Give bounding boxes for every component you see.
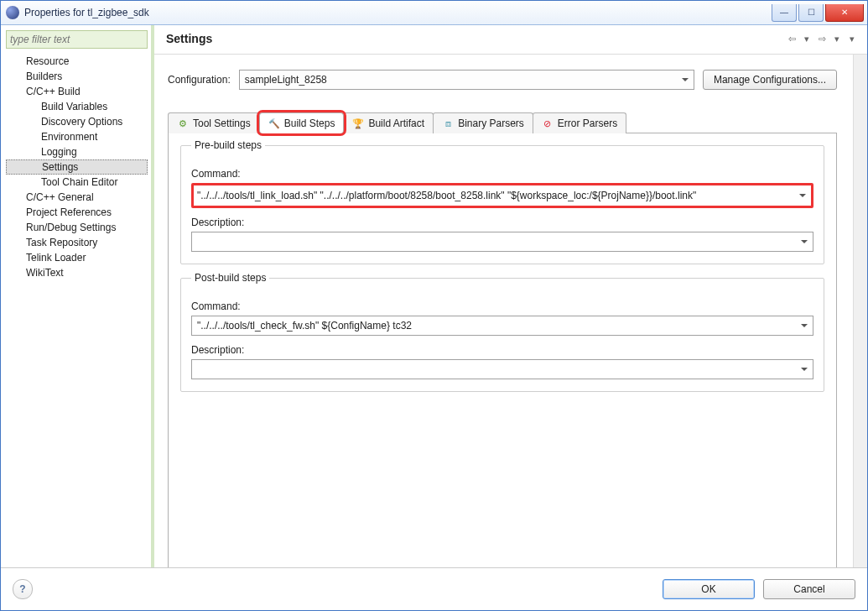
configuration-select[interactable]: sampleLight_8258	[239, 70, 694, 90]
footer: ? OK Cancel	[1, 568, 867, 610]
tab-label: Error Parsers	[558, 118, 617, 129]
help-button[interactable]: ?	[13, 579, 33, 599]
dialog-body: ResourceBuildersC/C++ BuildBuild Variabl…	[1, 25, 867, 610]
postbuild-command-label: Command:	[191, 300, 813, 312]
tab-label: Binary Parsers	[458, 118, 524, 129]
build-steps-panel: Pre-build steps Command: "../../../tools…	[168, 133, 837, 567]
tree-item-tool-chain-editor[interactable]: Tool Chain Editor	[6, 175, 148, 190]
content: Settings ⇦ ▾ ⇨ ▾ ▾ Configuration:	[154, 25, 867, 567]
menu-icon[interactable]: ▾	[845, 32, 859, 45]
postbuild-description-combo[interactable]	[191, 359, 813, 379]
section-header: Settings ⇦ ▾ ⇨ ▾ ▾	[154, 25, 867, 55]
prebuild-description-label: Description:	[191, 217, 813, 228]
prebuild-legend: Pre-build steps	[191, 139, 265, 151]
forward-menu-icon[interactable]: ▾	[830, 32, 844, 45]
main-area: ResourceBuildersC/C++ BuildBuild Variabl…	[1, 25, 867, 568]
tree-item-telink-loader[interactable]: Telink Loader	[6, 250, 148, 265]
tab-build-artifact[interactable]: 🏆Build Artifact	[343, 112, 434, 133]
minimize-button[interactable]: —	[772, 4, 797, 22]
tree-item-discovery-options[interactable]: Discovery Options	[6, 114, 148, 129]
tree-item-environment[interactable]: Environment	[6, 129, 148, 144]
scrollbar[interactable]	[853, 55, 867, 567]
configuration-value: sampleLight_8258	[245, 74, 327, 86]
tree-item-run-debug-settings[interactable]: Run/Debug Settings	[6, 220, 148, 235]
tree-item-project-references[interactable]: Project References	[6, 205, 148, 220]
tree-item-logging[interactable]: Logging	[6, 144, 148, 159]
window-title: Properties for tl_zigbee_sdk	[24, 7, 770, 18]
prebuild-description-combo[interactable]	[191, 232, 813, 252]
properties-dialog: Properties for tl_zigbee_sdk — ☐ ✕ Resou…	[0, 0, 868, 611]
binary-icon: ⧈	[442, 118, 454, 129]
tab-error-parsers[interactable]: ⊘Error Parsers	[533, 112, 626, 133]
ok-button[interactable]: OK	[663, 579, 755, 599]
filter-wrap	[6, 30, 148, 49]
tab-label: Tool Settings	[193, 118, 251, 129]
category-tree[interactable]: ResourceBuildersC/C++ BuildBuild Variabl…	[6, 54, 148, 562]
tab-label: Build Artifact	[368, 118, 424, 129]
tree-item-wikitext[interactable]: WikiText	[6, 265, 148, 280]
prebuild-fieldset: Pre-build steps Command: "../../../tools…	[180, 145, 824, 264]
postbuild-fieldset: Post-build steps Command: "../../../tool…	[180, 278, 824, 392]
postbuild-description-label: Description:	[191, 344, 813, 356]
forward-icon[interactable]: ⇨	[815, 32, 829, 45]
titlebar: Properties for tl_zigbee_sdk — ☐ ✕	[1, 1, 867, 25]
prebuild-command-value: "../../../tools/tl_link_load.sh" "../../…	[197, 190, 696, 201]
tree-item-settings[interactable]: Settings	[6, 159, 148, 175]
tab-binary-parsers[interactable]: ⧈Binary Parsers	[433, 112, 533, 133]
gear-icon: ⚙	[177, 118, 189, 129]
postbuild-command-value: "../../../tools/tl_check_fw.sh" ${Config…	[197, 320, 412, 332]
trophy-icon: 🏆	[352, 118, 364, 129]
cancel-button[interactable]: Cancel	[763, 579, 855, 599]
manage-configurations-button[interactable]: Manage Configurations...	[703, 70, 837, 90]
prebuild-command-label: Command:	[191, 168, 813, 180]
postbuild-command-combo[interactable]: "../../../tools/tl_check_fw.sh" ${Config…	[191, 316, 813, 336]
section-title: Settings	[166, 32, 785, 45]
tree-item-task-repository[interactable]: Task Repository	[6, 235, 148, 250]
nav-icons: ⇦ ▾ ⇨ ▾ ▾	[785, 32, 859, 45]
hammer-icon: 🔨	[268, 118, 280, 129]
close-button[interactable]: ✕	[825, 4, 864, 22]
tree-item-c-c-general[interactable]: C/C++ General	[6, 190, 148, 205]
tab-build-steps[interactable]: 🔨Build Steps	[259, 112, 345, 133]
sidebar: ResourceBuildersC/C++ BuildBuild Variabl…	[1, 25, 154, 567]
configuration-label: Configuration:	[168, 74, 231, 86]
tree-item-resource[interactable]: Resource	[6, 54, 148, 69]
prebuild-command-combo[interactable]: "../../../tools/tl_link_load.sh" "../../…	[191, 183, 813, 208]
back-icon[interactable]: ⇦	[785, 32, 798, 45]
tab-tool-settings[interactable]: ⚙Tool Settings	[168, 112, 260, 133]
content-inner: Configuration: sampleLight_8258 Manage C…	[154, 55, 867, 567]
tabs: ⚙Tool Settings🔨Build Steps🏆Build Artifac…	[168, 112, 837, 133]
tree-item-builders[interactable]: Builders	[6, 69, 148, 84]
error-icon: ⊘	[542, 118, 554, 129]
tab-label: Build Steps	[284, 118, 335, 129]
app-icon	[6, 6, 19, 19]
postbuild-legend: Post-build steps	[191, 272, 269, 284]
filter-input[interactable]	[8, 32, 146, 47]
window-buttons: — ☐ ✕	[770, 4, 864, 21]
tree-item-build-variables[interactable]: Build Variables	[6, 99, 148, 114]
maximize-button[interactable]: ☐	[798, 4, 824, 22]
configuration-row: Configuration: sampleLight_8258 Manage C…	[168, 70, 854, 90]
tree-item-c-c-build[interactable]: C/C++ Build	[6, 84, 148, 99]
back-menu-icon[interactable]: ▾	[800, 32, 813, 45]
